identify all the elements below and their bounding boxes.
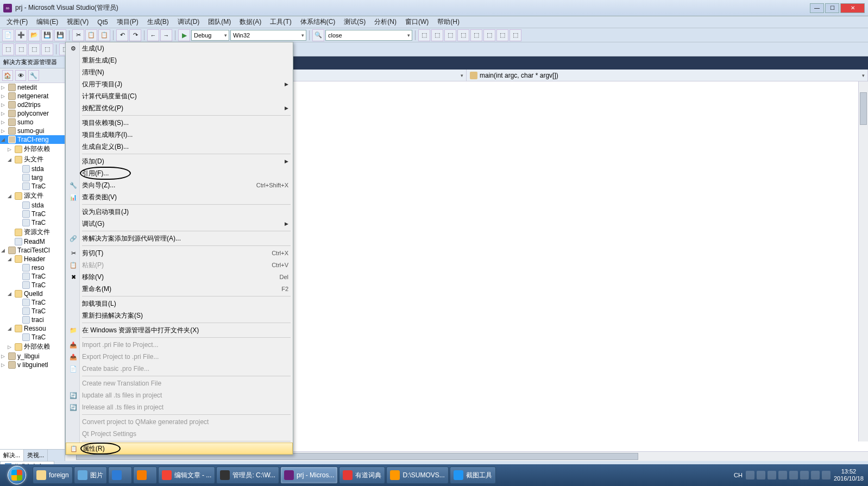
open-button[interactable]: 📂 bbox=[28, 29, 40, 41]
menu-item[interactable]: 帮助(H) bbox=[433, 16, 464, 28]
menu-item[interactable]: 视图(V) bbox=[62, 16, 93, 28]
tree-item[interactable]: ▷外部依赖 bbox=[0, 144, 65, 154]
expander-icon[interactable]: ▷ bbox=[1, 362, 7, 368]
tray-icon[interactable] bbox=[746, 471, 754, 479]
taskbar-button[interactable]: D:\SUMOVS... bbox=[386, 466, 448, 484]
tree-item[interactable]: ◢Ressou bbox=[0, 324, 65, 333]
taskbar-button[interactable]: 截图工具 bbox=[450, 466, 496, 484]
tray-icon[interactable] bbox=[757, 471, 765, 479]
menu-item[interactable]: 项目依赖项(S)... bbox=[66, 117, 293, 129]
menu-item[interactable]: 设为启动项目(J) bbox=[66, 206, 293, 218]
menu-item[interactable]: Qt5 bbox=[93, 17, 112, 27]
tree-item[interactable]: 资源文件 bbox=[0, 227, 65, 237]
tree-item[interactable]: ◢TraCI-reng bbox=[0, 135, 65, 144]
tb2-btn-1[interactable]: ⬚ bbox=[2, 43, 14, 55]
expander-icon[interactable]: ◢ bbox=[8, 326, 13, 331]
tool-btn-4[interactable]: ⬚ bbox=[457, 29, 469, 41]
start-debug-button[interactable]: ▶ bbox=[178, 29, 190, 41]
tb2-btn-2[interactable]: ⬚ bbox=[15, 43, 27, 55]
config-combo[interactable]: Debug bbox=[191, 30, 229, 41]
add-item-button[interactable]: ➕ bbox=[15, 29, 27, 41]
tree-item[interactable]: ◢Quelld bbox=[0, 289, 65, 298]
tree-item[interactable]: TraC bbox=[0, 333, 65, 342]
cut-button[interactable]: ✂ bbox=[72, 29, 84, 41]
tree-item[interactable]: TraC bbox=[0, 210, 65, 218]
tray-icon[interactable] bbox=[811, 471, 820, 479]
menu-item[interactable]: 调试(G)▶ bbox=[66, 218, 293, 230]
save-all-button[interactable]: 💾 bbox=[54, 29, 66, 41]
menu-item[interactable]: 工具(T) bbox=[266, 16, 295, 28]
close-button[interactable]: ✕ bbox=[840, 3, 865, 13]
tree-item[interactable]: ▷外部依赖 bbox=[0, 342, 65, 352]
menu-item[interactable]: 生成(B) bbox=[143, 16, 173, 28]
taskbar-button[interactable]: prj - Micros... bbox=[280, 466, 338, 484]
menu-item[interactable]: 窗口(W) bbox=[401, 16, 433, 28]
find-button[interactable]: 🔍 bbox=[312, 29, 324, 41]
tb2-btn-3[interactable]: ⬚ bbox=[28, 43, 40, 55]
member-combo[interactable]: main(int argc, char * argv[]) bbox=[467, 70, 868, 81]
tree-item[interactable]: TraC bbox=[0, 272, 65, 281]
classview-tab[interactable]: 类视... bbox=[24, 450, 48, 461]
menu-item[interactable]: 重新扫描解决方案(S) bbox=[66, 310, 293, 321]
tree-item[interactable]: ◢TraciTestCl bbox=[0, 246, 65, 255]
menu-item[interactable]: 项目(P) bbox=[112, 16, 143, 28]
paste-button[interactable]: 📋 bbox=[98, 29, 110, 41]
taskbar-button[interactable]: foreign bbox=[33, 466, 73, 484]
expander-icon[interactable]: ▷ bbox=[8, 147, 13, 152]
find-combo[interactable]: close bbox=[325, 30, 412, 41]
expander-icon[interactable]: ▷ bbox=[8, 344, 13, 350]
tree-item[interactable]: ▷y_libgui bbox=[0, 352, 65, 361]
expander-icon[interactable]: ▷ bbox=[1, 111, 7, 116]
taskbar-button[interactable]: 管理员: C:\W... bbox=[216, 466, 279, 484]
tray-icon[interactable] bbox=[768, 471, 776, 479]
menu-item[interactable]: 重新生成(E) bbox=[66, 54, 293, 66]
tree-item[interactable]: traci bbox=[0, 315, 65, 324]
expander-icon[interactable]: ◢ bbox=[8, 256, 13, 262]
expander-icon[interactable]: ◢ bbox=[8, 157, 13, 162]
expander-icon[interactable]: ◢ bbox=[8, 193, 13, 199]
start-button[interactable] bbox=[2, 465, 32, 485]
menu-item[interactable]: 🔗将解决方案添加到源代码管理(A)... bbox=[66, 232, 293, 244]
tree-item[interactable]: ▷polyconver bbox=[0, 109, 65, 118]
menu-item[interactable]: 引用(F)... bbox=[66, 167, 293, 179]
menu-item[interactable]: 🔧类向导(Z)...Ctrl+Shift+X bbox=[66, 179, 293, 191]
menu-item[interactable]: 文件(F) bbox=[2, 16, 32, 28]
taskbar-button[interactable]: 有道词典 bbox=[339, 466, 385, 484]
menu-item[interactable]: 生成自定义(B)... bbox=[66, 141, 293, 153]
nav-fwd-button[interactable]: → bbox=[160, 29, 172, 41]
clock[interactable]: 13:52 2016/10/18 bbox=[834, 468, 864, 482]
menu-item[interactable]: ⚙生成(U) bbox=[66, 42, 293, 54]
menu-item[interactable]: ✂剪切(T)Ctrl+X bbox=[66, 247, 293, 259]
tree-item[interactable]: reso bbox=[0, 263, 65, 272]
expander-icon[interactable]: ▷ bbox=[1, 93, 7, 99]
tool-btn-3[interactable]: ⬚ bbox=[444, 29, 456, 41]
menu-item[interactable]: 📁在 Windows 资源管理器中打开文件夹(X) bbox=[66, 324, 293, 336]
menu-item[interactable]: ✖移除(V)Del bbox=[66, 271, 293, 283]
show-all-button[interactable]: 👁 bbox=[15, 70, 26, 81]
menu-item[interactable]: 按配置优化(P)▶ bbox=[66, 102, 293, 114]
menu-item[interactable]: 卸载项目(L) bbox=[66, 298, 293, 310]
minimize-button[interactable]: — bbox=[810, 3, 824, 13]
menu-item[interactable]: 编辑(E) bbox=[32, 16, 62, 28]
tool-btn-6[interactable]: ⬚ bbox=[483, 29, 495, 41]
tree-item[interactable]: stda bbox=[0, 201, 65, 210]
tree-item[interactable]: ▷netgenerat bbox=[0, 92, 65, 100]
home-button[interactable]: 🏠 bbox=[2, 70, 13, 81]
menu-item[interactable]: 体系结构(C) bbox=[296, 16, 340, 28]
expander-icon[interactable]: ▷ bbox=[1, 102, 7, 108]
properties-button[interactable]: 🔧 bbox=[28, 70, 39, 81]
menu-item[interactable]: 清理(N) bbox=[66, 66, 293, 78]
tree-item[interactable]: ▷od2trips bbox=[0, 100, 65, 109]
input-lang[interactable]: CH bbox=[734, 472, 743, 478]
nav-back-button[interactable]: ← bbox=[147, 29, 159, 41]
undo-button[interactable]: ↶ bbox=[116, 29, 128, 41]
tray-icon[interactable] bbox=[778, 471, 787, 479]
tool-btn-8[interactable]: ⬚ bbox=[510, 29, 521, 41]
menu-item[interactable]: 分析(N) bbox=[370, 16, 401, 28]
project-context-menu[interactable]: ⚙生成(U)重新生成(E)清理(N)仅用于项目(J)▶计算代码度量值(C)按配置… bbox=[65, 42, 293, 455]
tool-btn-5[interactable]: ⬚ bbox=[470, 29, 482, 41]
tool-btn-7[interactable]: ⬚ bbox=[496, 29, 508, 41]
expander-icon[interactable]: ▷ bbox=[1, 119, 7, 125]
menu-item[interactable]: 测试(S) bbox=[339, 16, 370, 28]
tool-btn-1[interactable]: ⬚ bbox=[418, 29, 430, 41]
